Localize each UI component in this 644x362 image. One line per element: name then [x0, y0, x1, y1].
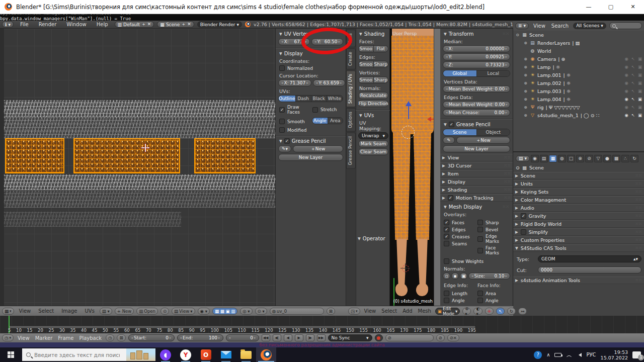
record-button[interactable] [375, 334, 383, 341]
animation-tools-panel-row[interactable]: ▶ s4studio Animation Tools⁙⁙ [513, 277, 644, 284]
properties-tab-icon[interactable]: ∴ [621, 155, 629, 162]
search-input[interactable] [34, 352, 120, 358]
new-layer-button[interactable]: New Layer [278, 154, 343, 161]
image-new-button[interactable]: + New [115, 308, 134, 315]
cas-type-dropdown[interactable]: GEOM▴▾ [538, 255, 641, 262]
recalculate-button[interactable]: Recalculate [358, 92, 388, 99]
uv-island-selected[interactable] [194, 138, 256, 173]
properties-panel-row[interactable]: ▶ Audio⁙⁙ [513, 204, 644, 212]
selectable-icon[interactable]: ↖ [631, 56, 635, 61]
outliner-item-label[interactable]: Lamp.003 [537, 88, 561, 94]
uv-island-selected[interactable] [5, 138, 64, 173]
expander-icon[interactable]: ⊕ [523, 105, 528, 110]
menu-item[interactable]: Select [36, 308, 56, 314]
expander-icon[interactable]: ⊕ [523, 81, 528, 85]
uv-draw-mode[interactable]: Outline [279, 96, 296, 102]
lock-icon[interactable]: ⊠ [117, 334, 125, 341]
renderable-icon[interactable]: ▣ [638, 97, 642, 102]
expander-icon[interactable]: ⊕ [523, 89, 528, 94]
search-highlight-image[interactable] [126, 348, 155, 361]
eye-icon[interactable]: ◉ [624, 97, 628, 102]
taskbar-search[interactable] [22, 348, 155, 361]
selectable-icon[interactable]: ↖ [631, 105, 635, 110]
face-normals-toggle[interactable]: ▣ [460, 273, 467, 280]
grease-new-button[interactable]: ＋ New [456, 137, 510, 144]
show-weights-checkbox-row[interactable]: Show Weights [444, 258, 509, 264]
scale-manipulator-icon[interactable]: ↔ [518, 308, 527, 315]
start-button[interactable] [0, 347, 22, 362]
unwrap-dropdown[interactable]: Unwrap▾ [358, 132, 388, 139]
outliner-item-label[interactable]: s4studio_mesh_1 [537, 113, 579, 118]
keying-set-field[interactable]: ⊘ [385, 334, 434, 341]
wifi-icon[interactable] [566, 352, 572, 357]
outliner-row[interactable]: ⊕ ☀ Lamp.003 | ☼ ◉ ↖ ▣ [513, 87, 644, 95]
properties-tab-icon[interactable]: ↻ [630, 155, 638, 162]
properties-panel-row[interactable]: ▶ Custom Properties⁙⁙ [513, 236, 644, 244]
model-left-leg-mesh[interactable] [393, 132, 411, 240]
outliner-row[interactable]: ⊕ ☀ Lamp | ☼ ◉ ↖ ▣ [513, 63, 644, 71]
outliner-visibility-toggles[interactable]: ◉ ↖ ▣ [624, 80, 642, 85]
mode-dropdown[interactable]: ▣ Edit Mode ▾ [435, 308, 460, 315]
view-mode-dropdown[interactable]: ▤ View ▾ [172, 308, 195, 315]
flip-direction-button[interactable]: Flip Direction [358, 100, 388, 107]
outliner-row[interactable]: ⊕ ☀ Lamp.002 | ☼ ◉ ↖ ▣ [513, 79, 644, 87]
grease-pencil-checkbox[interactable]: ✓ [449, 122, 454, 127]
grease-pencil-checkbox[interactable]: ✓ [284, 138, 290, 144]
overlay-checkbox-row[interactable]: ✓Creases [444, 234, 475, 239]
uv-vertex-x-field[interactable]: ◂ X:67.4▸ [278, 38, 310, 45]
mark-seam-button[interactable]: Mark Seam [358, 140, 388, 147]
local-button[interactable]: Local [477, 70, 510, 76]
uv-select-mode-buttons[interactable]: ▦ ▩ ▣ ▥ [212, 308, 237, 315]
tray-chevron-icon[interactable]: ∧ [546, 352, 550, 357]
properties-panel-row[interactable]: ▶ Color Management⁙⁙ [513, 196, 644, 204]
properties-tab-icon[interactable]: ◉ [531, 155, 539, 162]
rotate-manipulator-icon[interactable]: ↻ [507, 308, 516, 315]
uv-island-wireframe[interactable] [4, 100, 275, 117]
taskbar-alice-icon[interactable]: ◖ [155, 347, 176, 362]
outliner-visibility-toggles[interactable]: ◉ ↖ ▣ [624, 97, 642, 102]
angle-button[interactable]: Angle [312, 118, 328, 124]
uv-island-selected[interactable] [73, 138, 180, 173]
pivot-dropdown[interactable]: ⊕ ▾ [462, 308, 471, 315]
editor-type-button[interactable]: ◷ ▾ [2, 334, 14, 341]
renderable-icon[interactable]: ▣ [638, 105, 642, 110]
outliner-item-label[interactable]: Lamp.004 [537, 97, 561, 102]
stretch-checkbox-row[interactable]: Stretch [312, 105, 342, 115]
close-button[interactable]: ✕ [622, 0, 644, 14]
pencil-mode-button[interactable]: ✎ [443, 137, 455, 144]
median-x-field[interactable]: ◂X:0.00000▸ [443, 45, 510, 52]
panel-checkbox[interactable] [521, 229, 526, 235]
info-checkbox-row[interactable]: Angle [444, 298, 475, 303]
mean-crease-field[interactable]: ◂Mean Crease:0.00▸ [443, 109, 510, 116]
eye-icon[interactable]: ◉ [624, 88, 628, 94]
faces-shading-buttons[interactable]: Smoo Flat [358, 45, 388, 52]
info-checkbox-row[interactable]: Area [477, 291, 509, 296]
outliner-item-label[interactable]: Lamp [537, 64, 550, 70]
sync-dropdown[interactable]: No Sync▾ [328, 334, 372, 341]
collapsed-panel-row[interactable]: ▶ ✓ Motion Tracking⁙⁙ [440, 194, 513, 202]
menu-item[interactable]: View [532, 23, 547, 29]
insert-keyframe-icon[interactable]: ⊘ [436, 334, 445, 341]
menu-item[interactable]: Playback [77, 335, 103, 341]
gp-scene-button[interactable]: Scene [443, 129, 477, 135]
tool-shelf-tab[interactable]: Options [346, 108, 356, 132]
properties-panel-row[interactable]: ▶ Units⁙⁙ [513, 180, 644, 188]
tool-shelf-tab[interactable]: Shading / UVs [346, 70, 356, 107]
median-y-field[interactable]: ◂Y:0.00925▸ [443, 53, 510, 60]
renderable-icon[interactable]: ▣ [638, 72, 642, 77]
cursor-y-field[interactable]: ◂ Y:63.659▸ [313, 79, 345, 86]
uv-editor-canvas[interactable] [0, 29, 276, 306]
translate-manipulator-icon[interactable]: ↖ [496, 308, 505, 315]
properties-tab-icon[interactable]: ⊘ [585, 155, 593, 162]
properties-tab-icon[interactable]: ⊗ [576, 155, 584, 162]
stretch-type-buttons[interactable]: Angle Area [312, 117, 343, 124]
language-indicator[interactable]: РУС [586, 352, 596, 357]
taskbar-mail-icon[interactable] [216, 347, 236, 362]
outliner-row[interactable]: ⊕ ▽ s4studio_mesh_1 | ◯ ⊙ ∷ ◉ ↖ ▣ [513, 111, 644, 119]
next-keyframe-button[interactable]: |▶ [306, 334, 314, 341]
eye-icon[interactable]: ◉ [624, 80, 628, 85]
notification-icon[interactable]: 1 [632, 351, 641, 358]
info-checkbox-row[interactable]: Length [444, 291, 475, 296]
menu-item[interactable]: File [17, 22, 32, 27]
menu-item[interactable]: Add [401, 308, 414, 314]
